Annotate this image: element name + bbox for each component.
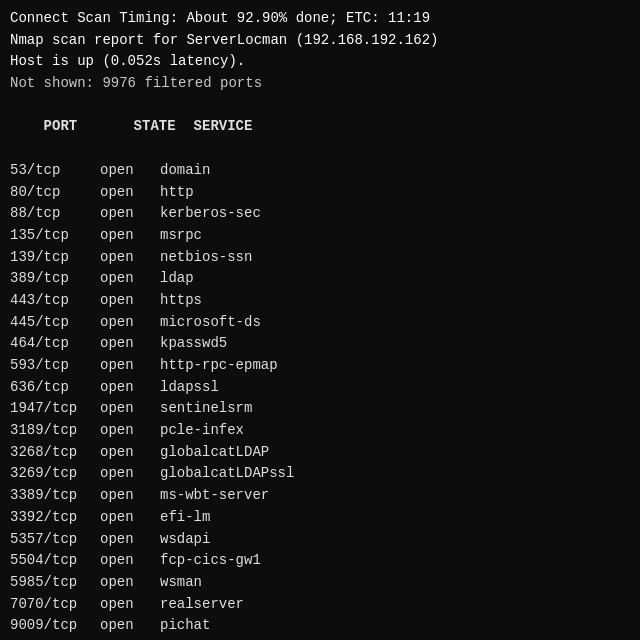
terminal-output: Connect Scan Timing: About 92.90% done; …: [10, 8, 630, 640]
service-value: realserver: [160, 594, 244, 616]
port-value: 5504/tcp: [10, 550, 100, 572]
service-value: globalcatLDAPssl: [160, 463, 294, 485]
port-value: 80/tcp: [10, 182, 100, 204]
port-value: 3389/tcp: [10, 485, 100, 507]
table-row: 3392/tcpopenefi-lm: [10, 507, 630, 529]
state-value: open: [100, 420, 160, 442]
state-value: open: [100, 572, 160, 594]
port-value: 3392/tcp: [10, 507, 100, 529]
state-value: open: [100, 463, 160, 485]
table-row: 88/tcpopenkerberos-sec: [10, 203, 630, 225]
port-value: 389/tcp: [10, 268, 100, 290]
host-status-line: Host is up (0.052s latency).: [10, 51, 630, 73]
port-value: 443/tcp: [10, 290, 100, 312]
table-row: 3189/tcpopenpcle-infex: [10, 420, 630, 442]
state-value: open: [100, 290, 160, 312]
table-row: 5504/tcpopenfcp-cics-gw1: [10, 550, 630, 572]
state-value: open: [100, 247, 160, 269]
state-value: open: [100, 203, 160, 225]
service-value: fcp-cics-gw1: [160, 550, 261, 572]
col-header-service: SERVICE: [194, 116, 253, 138]
state-value: open: [100, 160, 160, 182]
table-row: 593/tcpopenhttp-rpc-epmap: [10, 355, 630, 377]
table-row: 3268/tcpopenglobalcatLDAP: [10, 442, 630, 464]
table-row: 636/tcpopenldapssl: [10, 377, 630, 399]
port-value: 593/tcp: [10, 355, 100, 377]
service-value: http-rpc-epmap: [160, 355, 278, 377]
service-value: microsoft-ds: [160, 312, 261, 334]
state-value: open: [100, 507, 160, 529]
service-value: sentinelsrm: [160, 398, 252, 420]
table-row: 445/tcpopenmicrosoft-ds: [10, 312, 630, 334]
not-shown-line: Not shown: 9976 filtered ports: [10, 73, 630, 95]
port-value: 5985/tcp: [10, 572, 100, 594]
state-value: open: [100, 333, 160, 355]
service-value: ldap: [160, 268, 194, 290]
port-value: 3189/tcp: [10, 420, 100, 442]
service-value: wsman: [160, 572, 202, 594]
service-value: efi-lm: [160, 507, 210, 529]
service-value: pcle-infex: [160, 420, 244, 442]
port-value: 135/tcp: [10, 225, 100, 247]
state-value: open: [100, 594, 160, 616]
state-value: open: [100, 615, 160, 637]
port-value: 88/tcp: [10, 203, 100, 225]
state-value: open: [100, 550, 160, 572]
table-row: 3269/tcpopenglobalcatLDAPssl: [10, 463, 630, 485]
service-value: globalcatLDAP: [160, 442, 269, 464]
service-value: pichat: [160, 615, 210, 637]
table-row: 464/tcpopenkpasswd5: [10, 333, 630, 355]
col-header-state: STATE: [134, 116, 194, 138]
port-value: 53/tcp: [10, 160, 100, 182]
table-row: 443/tcpopenhttps: [10, 290, 630, 312]
table-row: 80/tcpopenhttp: [10, 182, 630, 204]
service-value: netbios-ssn: [160, 247, 252, 269]
port-value: 139/tcp: [10, 247, 100, 269]
state-value: open: [100, 485, 160, 507]
service-value: http: [160, 182, 194, 204]
top-message-line: Connect Scan Timing: About 92.90% done; …: [10, 8, 630, 30]
col-header-port: PORT: [44, 116, 134, 138]
service-value: ldapssl: [160, 377, 219, 399]
service-value: https: [160, 290, 202, 312]
port-value: 636/tcp: [10, 377, 100, 399]
table-row: 53/tcpopendomain: [10, 160, 630, 182]
table-row: 3389/tcpopenms-wbt-server: [10, 485, 630, 507]
port-table: 53/tcpopendomain80/tcpopenhttp88/tcpopen…: [10, 160, 630, 640]
service-value: msrpc: [160, 225, 202, 247]
port-value: 1947/tcp: [10, 398, 100, 420]
table-row: 7070/tcpopenrealserver: [10, 594, 630, 616]
table-row: 389/tcpopenldap: [10, 268, 630, 290]
service-value: wsdapi: [160, 529, 210, 551]
state-value: open: [100, 225, 160, 247]
port-value: 3268/tcp: [10, 442, 100, 464]
table-row: 5357/tcpopenwsdapi: [10, 529, 630, 551]
port-value: 7070/tcp: [10, 594, 100, 616]
table-row: 135/tcpopenmsrpc: [10, 225, 630, 247]
port-value: 3269/tcp: [10, 463, 100, 485]
state-value: open: [100, 182, 160, 204]
table-row: 5985/tcpopenwsman: [10, 572, 630, 594]
state-value: open: [100, 312, 160, 334]
port-value: 445/tcp: [10, 312, 100, 334]
table-row: 1947/tcpopensentinelsrm: [10, 398, 630, 420]
port-value: 5357/tcp: [10, 529, 100, 551]
state-value: open: [100, 529, 160, 551]
state-value: open: [100, 398, 160, 420]
column-header-row: PORTSTATESERVICE: [10, 95, 630, 160]
scan-header-line: Nmap scan report for ServerLocman (192.1…: [10, 30, 630, 52]
state-value: open: [100, 355, 160, 377]
service-value: kpasswd5: [160, 333, 227, 355]
service-value: kerberos-sec: [160, 203, 261, 225]
port-value: 9009/tcp: [10, 615, 100, 637]
state-value: open: [100, 268, 160, 290]
service-value: ms-wbt-server: [160, 485, 269, 507]
service-value: domain: [160, 160, 210, 182]
state-value: open: [100, 442, 160, 464]
state-value: open: [100, 377, 160, 399]
port-value: 464/tcp: [10, 333, 100, 355]
table-row: 139/tcpopennetbios-ssn: [10, 247, 630, 269]
table-row: 9009/tcpopenpichat: [10, 615, 630, 637]
